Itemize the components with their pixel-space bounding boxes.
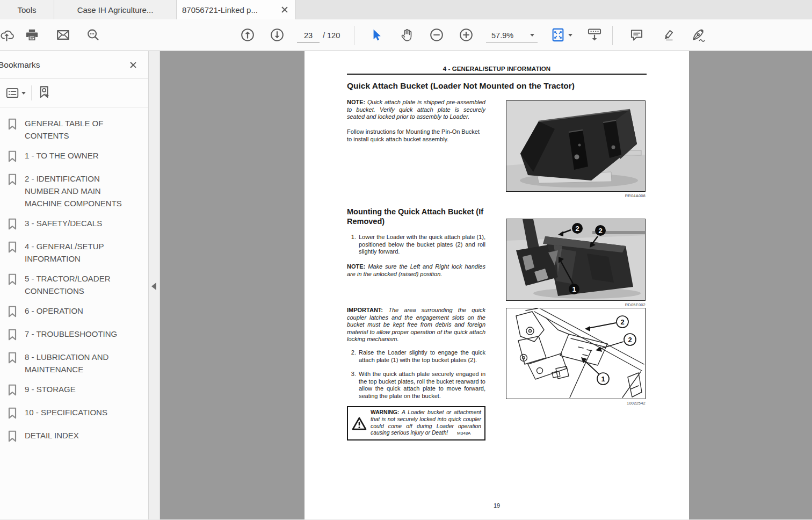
comment-icon [629,28,644,42]
zoom-out-icon [429,27,444,42]
sign-button[interactable] [691,27,706,42]
bookmark-icon [6,383,19,399]
toolbar-divider [612,26,613,45]
bookmark-label: 7 - TROUBLESHOOTING [25,328,135,343]
figure-2-photo: 2 2 1 [506,219,646,301]
svg-text:2: 2 [620,318,624,326]
fit-page-icon [550,27,566,42]
subsection-title: Mounting the Quick Attach Bucket (If Rem… [347,207,492,226]
select-cursor-icon [369,28,383,42]
print-button[interactable] [25,28,39,42]
document-view-area[interactable]: 4 - GENERAL/SETUP INFORMATION Quick Atta… [160,51,812,519]
bookmark-options-button[interactable] [5,86,26,100]
search-button[interactable] [86,28,100,42]
bookmark-icon [6,240,19,265]
tab-active-label: 87056721-Linked p... [182,5,258,15]
close-bookmarks-icon[interactable] [130,62,136,68]
figure-1-photo [506,100,646,192]
fit-page-button[interactable] [550,27,572,42]
bookmark-item[interactable]: 4 - GENERAL/SETUP INFORMATION [6,240,143,265]
highlighter-icon [661,28,675,42]
bookmark-item[interactable]: 10 - SPECIFICATIONS [6,406,143,422]
body-paragraph: Follow instructions for Mounting the Pin… [347,128,485,143]
email-button[interactable] [56,28,70,42]
bookmark-icon [6,351,19,375]
comment-button[interactable] [629,28,644,42]
important-paragraph: IMPORTANT: The area surrounding the quic… [347,307,485,343]
locate-bookmark-icon [37,85,52,99]
note-text: Make sure the Left and Right lock handle… [347,263,485,277]
tab-case-ih-document[interactable]: Case IH Agriculture... [54,0,177,19]
zoom-in-button[interactable] [459,27,474,42]
hand-tool-button[interactable] [399,28,414,42]
next-page-button[interactable] [270,27,285,42]
bookmark-item[interactable]: GENERAL TABLE OF CONTENTS [6,117,143,142]
note-label: NOTE: [347,99,365,105]
bookmark-item[interactable]: 3 - SAFETY/DECALS [6,217,143,233]
tab-bar-spacer [296,0,812,19]
save-to-cloud-button[interactable] [0,28,14,42]
bookmark-label: 2 - IDENTIFICATION NUMBER AND MAIN MACHI… [25,172,135,210]
panel-collapse-strip[interactable] [149,51,160,519]
zoom-out-button[interactable] [429,27,444,42]
bookmark-icon [6,328,19,343]
header-rule [347,74,647,75]
signature-pen-icon [691,27,706,42]
bookmarks-toolbar [0,79,148,107]
bookmark-label: DETAIL INDEX [25,429,135,445]
svg-text:2: 2 [575,225,579,233]
bookmark-label: 9 - STORAGE [25,383,135,399]
bookmark-icon [6,429,19,445]
bookmark-item[interactable]: 6 - OPERATION [6,305,143,320]
bookmark-icon [6,149,19,165]
bookmarks-toolbar-divider [31,85,32,100]
note-text: Quick attach plate is shipped pre-assemb… [347,99,485,120]
collapse-toolbar-button[interactable] [587,27,602,42]
toolbar-collapse-icon [587,27,602,42]
note-paragraph: NOTE: Make sure the Left and Right lock … [347,263,485,278]
step-1: 1. Lower the Loader with the quick attac… [350,234,485,256]
bookmark-label: 4 - GENERAL/SETUP INFORMATION [25,240,135,265]
page-total-label: / 120 [323,19,340,51]
bookmark-options-icon [5,86,19,100]
figure-3-caption: 10022542 [506,401,646,406]
bookmark-item[interactable]: 8 - LUBRICATION AND MAINTENANCE [6,351,143,375]
expand-current-bookmark-button[interactable] [37,85,52,102]
bookmark-item[interactable]: 2 - IDENTIFICATION NUMBER AND MAIN MACHI… [6,172,143,210]
bookmark-icon [6,406,19,422]
note-paragraph: NOTE: Quick attach plate is shipped pre-… [347,99,485,121]
bookmark-icon [6,172,19,210]
bookmarks-header: Bookmarks [0,51,148,79]
step-text: With the quick attach plate securely eng… [359,371,485,400]
select-tool-button[interactable] [369,28,383,42]
email-icon [56,28,70,42]
close-tab-icon[interactable] [281,6,288,13]
bookmarks-panel-title: Bookmarks [0,60,40,70]
highlight-button[interactable] [661,28,675,42]
bookmark-icon [6,272,19,297]
page-down-icon [270,27,285,42]
zoom-level-value: 57.9% [491,31,513,40]
note-label: NOTE: [347,263,365,270]
step-number: 3. [350,371,356,400]
bookmark-item[interactable]: 7 - TROUBLESHOOTING [6,328,143,343]
bookmark-item[interactable]: DETAIL INDEX [6,429,143,445]
step-text: Lower the Loader with the quick attach p… [359,234,485,256]
bookmarks-list: GENERAL TABLE OF CONTENTS 1 - TO THE OWN… [0,107,148,445]
zoom-level-dropdown[interactable]: 57.9% [486,28,538,43]
bookmark-item[interactable]: 1 - TO THE OWNER [6,149,143,165]
bucket-photo-illustration [506,101,645,191]
tab-tools[interactable]: Tools [0,0,54,19]
page-running-header: 4 - GENERAL/SETUP INFORMATION [305,66,689,72]
bookmark-label: 8 - LUBRICATION AND MAINTENANCE [25,351,135,375]
previous-page-button[interactable] [240,27,255,42]
page-number-input[interactable] [297,28,320,43]
figure-3-drawing: 2 2 1 [506,308,646,399]
warning-triangle-icon [352,416,367,431]
bookmark-item[interactable]: 9 - STORAGE [6,383,143,399]
svg-text:2: 2 [598,227,602,235]
tab-active-document[interactable]: 87056721-Linked p... [177,0,296,19]
search-icon [86,28,100,42]
bookmark-item[interactable]: 5 - TRACTOR/LOADER CONNECTIONS [6,272,143,297]
figure-2-caption: RD05E002 [506,302,646,307]
